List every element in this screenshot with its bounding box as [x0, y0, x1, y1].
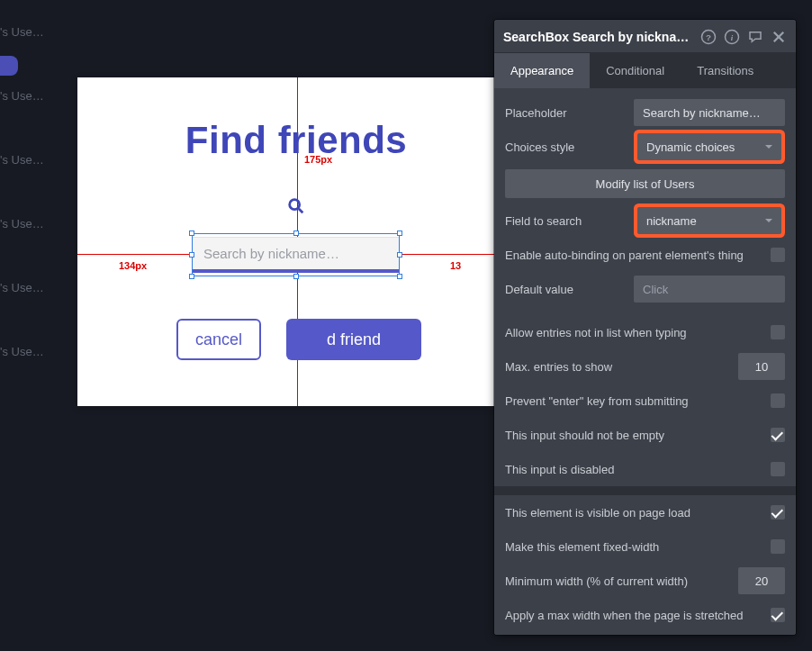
allow-entries-label: Allow entries not in list when typing	[505, 326, 771, 339]
row-default-value: Default value Click	[494, 272, 796, 306]
auto-binding-checkbox[interactable]	[771, 248, 785, 262]
svg-text:?: ?	[706, 32, 711, 41]
svg-point-0	[290, 200, 300, 210]
tab-transitions[interactable]: Transitions	[681, 53, 770, 88]
fixed-width-checkbox[interactable]	[771, 539, 785, 554]
tab-conditional[interactable]: Conditional	[590, 53, 681, 88]
row-not-empty: This input should not be empty	[494, 418, 796, 452]
allow-entries-checkbox[interactable]	[771, 325, 785, 339]
bg-list-item: 's Use…	[0, 0, 72, 64]
default-value-input[interactable]: Click	[634, 276, 785, 303]
tab-appearance[interactable]: Appearance	[494, 53, 590, 88]
searchbox-placeholder-preview[interactable]: Search by nickname…	[192, 237, 400, 273]
field-to-search-label: Field to search	[505, 214, 634, 228]
field-to-search-dropdown[interactable]: nickname	[637, 207, 781, 234]
search-icon[interactable]	[286, 196, 306, 216]
row-choices-style: Choices style Dynamic choices	[494, 130, 796, 164]
max-entries-input[interactable]: 10	[738, 353, 785, 380]
not-empty-checkbox[interactable]	[771, 428, 785, 442]
bg-accent-pill	[0, 56, 18, 76]
help-icon[interactable]: ?	[700, 29, 717, 45]
row-auto-binding: Enable auto-binding on parent element's …	[494, 238, 796, 272]
bg-list-item: 's Use…	[0, 320, 72, 384]
prevent-enter-checkbox[interactable]	[771, 393, 785, 408]
row-prevent-enter: Prevent "enter" key from submitting	[494, 384, 796, 418]
panel-body[interactable]: Placeholder Search by nickname… Choices …	[494, 88, 796, 635]
default-value-placeholder: Click	[643, 283, 668, 296]
close-icon[interactable]	[771, 29, 787, 45]
property-editor-panel: SearchBox Search by nickname.. ? i Appea…	[494, 20, 796, 635]
row-fixed-width: Make this element fixed-width	[494, 529, 796, 564]
placeholder-label: Placeholder	[505, 106, 634, 120]
chevron-down-icon	[765, 219, 772, 222]
info-icon[interactable]: i	[724, 29, 740, 45]
placeholder-input[interactable]: Search by nickname…	[634, 99, 785, 126]
svg-line-1	[299, 209, 303, 213]
auto-binding-label: Enable auto-binding on parent element's …	[505, 249, 771, 262]
cancel-button[interactable]: cancel	[176, 319, 261, 360]
row-disabled: This input is disabled	[494, 452, 796, 486]
selected-searchbox-element[interactable]: Search by nickname…	[192, 233, 400, 276]
visible-label: This element is visible on page load	[505, 506, 771, 520]
editor-canvas-modal[interactable]: Find friends 175px 134px 13 140px Search…	[77, 77, 515, 406]
disabled-checkbox[interactable]	[771, 462, 785, 476]
dimension-label-left: 134px	[119, 260, 147, 271]
svg-text:i: i	[731, 32, 734, 41]
row-placeholder: Placeholder Search by nickname…	[494, 95, 796, 130]
modal-title[interactable]: Find friends	[77, 119, 515, 162]
resize-handle[interactable]	[397, 274, 402, 279]
choices-style-dropdown[interactable]: Dynamic choices	[637, 133, 781, 160]
prevent-enter-label: Prevent "enter" key from submitting	[505, 394, 771, 408]
row-max-entries: Max. entries to show 10	[494, 349, 796, 384]
panel-title: SearchBox Search by nickname..	[503, 30, 693, 44]
max-width-checkbox[interactable]	[771, 608, 785, 622]
comment-icon[interactable]	[747, 29, 763, 45]
not-empty-label: This input should not be empty	[505, 429, 771, 442]
min-width-label: Minimum width (% of current width)	[505, 574, 738, 588]
resize-handle[interactable]	[189, 231, 194, 236]
dimension-label-right: 13	[450, 260, 461, 271]
max-entries-label: Max. entries to show	[505, 360, 738, 374]
modify-list-button[interactable]: Modify list of Users	[505, 169, 785, 198]
row-max-width: Apply a max width when the page is stret…	[494, 598, 796, 632]
disabled-label: This input is disabled	[505, 463, 771, 476]
choices-style-label: Choices style	[505, 140, 634, 154]
add-friend-button[interactable]: d friend	[286, 319, 421, 360]
bg-list-item: 's Use…	[0, 128, 72, 192]
max-width-label: Apply a max width when the page is stret…	[505, 609, 771, 622]
default-value-label: Default value	[505, 283, 634, 296]
chevron-down-icon	[765, 145, 772, 149]
row-allow-entries: Allow entries not in list when typing	[494, 315, 796, 349]
min-width-input[interactable]: 20	[738, 567, 785, 594]
bg-list-item: 's Use…	[0, 256, 72, 320]
bg-list-item: 's Use…	[0, 192, 72, 256]
panel-header[interactable]: SearchBox Search by nickname.. ? i	[494, 20, 796, 53]
field-to-search-value: nickname	[646, 214, 697, 228]
row-field-to-search: Field to search nickname	[494, 203, 796, 238]
fixed-width-label: Make this element fixed-width	[505, 540, 771, 554]
choices-style-value: Dynamic choices	[646, 140, 735, 154]
section-divider	[494, 486, 796, 495]
visible-checkbox[interactable]	[771, 505, 785, 520]
dimension-label-top: 175px	[304, 154, 332, 165]
row-visible: This element is visible on page load	[494, 495, 796, 529]
resize-handle[interactable]	[189, 274, 194, 279]
row-min-width: Minimum width (% of current width) 20	[494, 564, 796, 598]
resize-handle[interactable]	[397, 231, 402, 236]
panel-tabs: Appearance Conditional Transitions	[494, 53, 796, 88]
